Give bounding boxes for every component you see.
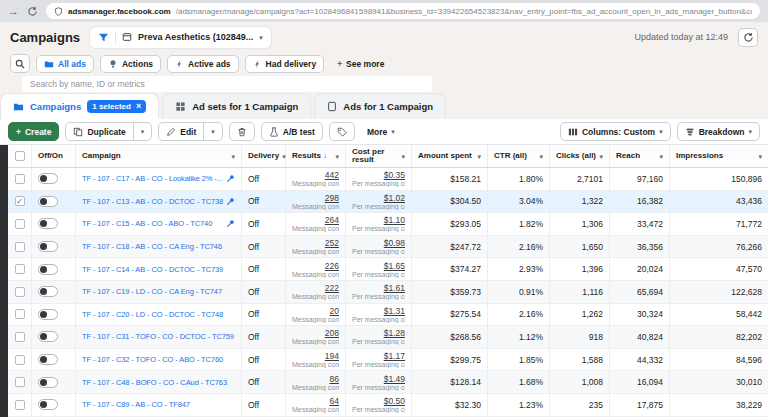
cost-per-result-value[interactable]: $1.31 (352, 306, 405, 316)
column-header-clicks[interactable]: Clicks (all)▾ (550, 145, 610, 167)
ctr-value: 2.93% (488, 258, 550, 280)
cost-per-result-value[interactable]: $1.49 (352, 374, 405, 384)
refresh-button[interactable] (738, 28, 758, 47)
results-value[interactable]: 208 (292, 328, 339, 338)
results-value[interactable]: 226 (292, 261, 339, 271)
cost-per-result-value[interactable]: $0.35 (352, 170, 405, 180)
campaign-off-on-toggle[interactable] (38, 264, 58, 275)
see-more-button[interactable]: + See more (330, 55, 391, 73)
row-checkbox[interactable]: ✓ (8, 191, 32, 213)
campaign-off-on-toggle[interactable] (38, 241, 58, 252)
delete-button[interactable] (229, 122, 255, 141)
plus-icon: + (16, 127, 21, 137)
column-header-delivery[interactable]: Delivery▾ (242, 145, 286, 167)
more-button[interactable]: More ▾ (361, 127, 401, 137)
results-value[interactable]: 194 (292, 351, 339, 361)
campaign-link[interactable]: TF - 107 - C18 - AB - CO - CA Eng - TC74… (82, 242, 235, 251)
campaign-link[interactable]: TF - 107 - C19 - LD - CO - CA Eng - TC74… (82, 287, 235, 296)
results-value[interactable]: 442 (292, 170, 339, 180)
duplicate-button[interactable]: Duplicate (66, 123, 132, 140)
create-button[interactable]: + Create (8, 122, 59, 141)
campaign-link[interactable]: TF - 107 - C32 - TOFO - CO - ABO - TC760 (82, 355, 235, 364)
campaign-link[interactable]: TF - 107 - C13 - AB - CO - DCTOC - TC738 (82, 197, 224, 206)
column-header-results[interactable]: Results↓▾ (286, 145, 346, 167)
row-checkbox[interactable] (8, 168, 32, 190)
breakdown-button[interactable]: Breakdown ▾ (677, 122, 760, 141)
edit-menu-button[interactable]: ▾ (204, 123, 222, 140)
row-checkbox[interactable] (8, 236, 32, 258)
row-checkbox[interactable] (8, 213, 32, 235)
results-value[interactable]: 264 (292, 215, 339, 225)
select-all-checkbox[interactable] (8, 145, 32, 167)
campaign-off-on-toggle[interactable] (38, 309, 58, 320)
account-selector[interactable]: Preva Aesthetics (102849... ▾ (90, 27, 271, 48)
column-header-reach[interactable]: Reach▾ (610, 145, 670, 167)
results-value[interactable]: 86 (292, 374, 339, 384)
cost-per-result-value[interactable]: $1.17 (352, 351, 405, 361)
row-checkbox[interactable] (8, 326, 32, 348)
campaign-off-on-toggle[interactable] (38, 196, 58, 207)
cost-per-result-value[interactable]: $1.10 (352, 215, 405, 225)
campaign-off-on-toggle[interactable] (38, 377, 58, 388)
cost-per-result-value[interactable]: $1.65 (352, 261, 405, 271)
row-checkbox[interactable] (8, 258, 32, 280)
campaign-off-on-toggle[interactable] (38, 173, 58, 184)
search-button[interactable] (10, 54, 30, 73)
table-header: Off/On Campaign▾ Delivery▾ Results↓▾ Cos… (8, 145, 768, 168)
ab-test-button[interactable]: A/B test (261, 122, 323, 141)
row-checkbox[interactable] (8, 394, 32, 416)
row-checkbox[interactable] (8, 349, 32, 371)
cost-per-result-value[interactable]: $0.98 (352, 238, 405, 248)
forward-arrow-icon[interactable]: → (8, 6, 19, 17)
campaign-off-on-toggle[interactable] (38, 399, 58, 410)
filter-had-delivery[interactable]: Had delivery (245, 55, 325, 73)
tab-ads[interactable]: Ads for 1 Campaign (314, 93, 446, 119)
url-bar[interactable]: adsmanager.facebook.com/adsmanager/manag… (46, 3, 760, 19)
row-checkbox[interactable] (8, 281, 32, 303)
cost-per-result-value[interactable]: $1.61 (352, 283, 405, 293)
site-info-icon[interactable] (54, 7, 63, 16)
tag-button[interactable] (329, 122, 355, 141)
clear-selection-icon[interactable]: × (136, 102, 141, 111)
filter-active-ads[interactable]: Active ads (167, 55, 239, 73)
campaign-link[interactable]: TF - 107 - C89 - AB - CO - TF847 (82, 400, 235, 409)
filter-funnel-icon[interactable] (98, 32, 109, 43)
tab-ad-sets[interactable]: Ad sets for 1 Campaign (162, 93, 311, 119)
column-header-campaign[interactable]: Campaign▾ (76, 145, 242, 167)
tab-campaigns[interactable]: Campaigns 1 selected × (0, 93, 159, 119)
results-value[interactable]: 298 (292, 193, 339, 203)
campaign-link[interactable]: TF - 107 - C15 - AB - CO - ABO - TC740 (82, 219, 224, 228)
duplicate-menu-button[interactable]: ▾ (134, 123, 152, 140)
row-checkbox[interactable] (8, 371, 32, 393)
cost-per-result-value[interactable]: $1.02 (352, 193, 405, 203)
filter-all-ads[interactable]: All ads (36, 55, 94, 73)
results-value[interactable]: 64 (292, 396, 339, 406)
campaign-off-on-toggle[interactable] (38, 354, 58, 365)
columns-button[interactable]: Columns: Custom ▾ (560, 122, 671, 141)
column-header-cost-per-result[interactable]: Cost per result▾ (346, 145, 412, 167)
campaign-link[interactable]: TF - 107 - C20 - LD - CO - DCTOC - TC748 (82, 310, 235, 319)
edit-button[interactable]: Edit (159, 123, 203, 140)
column-header-ctr[interactable]: CTR (all)▾ (488, 145, 550, 167)
results-value[interactable]: 222 (292, 283, 339, 293)
campaign-link[interactable]: TF - 107 - C17 - AB - CO - Lookalike 2% … (82, 174, 224, 183)
results-value[interactable]: 252 (292, 238, 339, 248)
cost-per-result-value[interactable]: $0.50 (352, 396, 405, 406)
campaign-off-on-toggle[interactable] (38, 286, 58, 297)
reach-value: 36,356 (610, 236, 670, 258)
campaign-off-on-toggle[interactable] (38, 218, 58, 229)
reach-value: 33,472 (610, 213, 670, 235)
results-value[interactable]: 20 (292, 306, 339, 316)
collapsed-left-nav[interactable] (0, 145, 8, 417)
cost-per-result-value[interactable]: $1.28 (352, 328, 405, 338)
campaign-link[interactable]: TF - 107 - C48 - BOFO - CO - CAud - TC76… (82, 378, 235, 387)
filter-actions[interactable]: Actions (100, 55, 161, 73)
campaign-link[interactable]: TF - 107 - C31 - TOFO - CO - DCTOC - TC7… (82, 332, 235, 341)
column-header-amount-spent[interactable]: Amount spent▾ (412, 145, 488, 167)
campaign-off-on-toggle[interactable] (38, 331, 58, 342)
search-input[interactable] (22, 76, 432, 92)
campaign-link[interactable]: TF - 107 - C14 - AB - CO - DCTOC - TC739 (82, 265, 235, 274)
reload-icon[interactable] (27, 6, 38, 17)
row-checkbox[interactable] (8, 304, 32, 326)
column-header-impressions[interactable]: Impressions▾ (670, 145, 768, 167)
